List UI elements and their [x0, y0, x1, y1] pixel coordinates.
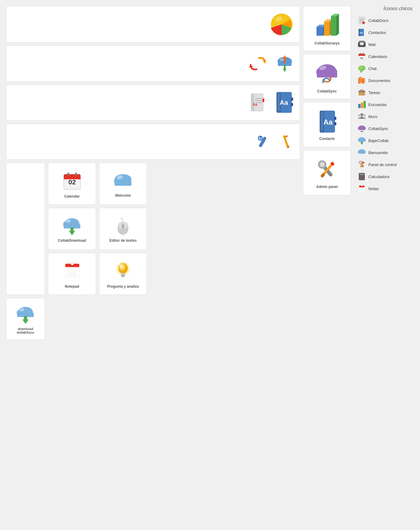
calculadora-icon: [358, 172, 366, 181]
svg-rect-82: [324, 22, 329, 36]
svg-rect-63: [122, 224, 124, 228]
pregunta-analiza-card-label: Pregunta y analiza: [107, 284, 139, 289]
collabdownload-card[interactable]: CollabDownload: [48, 208, 96, 250]
svg-rect-140: [364, 101, 366, 108]
collabsync-card-label: CollabSync: [317, 89, 337, 93]
svg-point-111: [362, 22, 365, 24]
svg-rect-147: [358, 128, 365, 130]
sidebar-calculadora-label: Calculadora: [368, 174, 389, 179]
svg-point-142: [358, 114, 360, 116]
svg-marker-51: [22, 320, 29, 324]
svg-rect-99: [334, 117, 336, 120]
sidebar-item-chat[interactable]: Chat: [357, 63, 414, 74]
sidebar-encuestas-label: Encuestas: [368, 102, 387, 107]
svg-rect-24: [291, 98, 293, 101]
row-pie: [6, 6, 300, 43]
svg-marker-127: [360, 71, 363, 73]
sidebar-documentos-label: Documentos: [368, 78, 390, 83]
sidebar-item-calculadora[interactable]: Calculadora: [357, 171, 414, 182]
adminpanel-card-label: Admin panel: [316, 185, 338, 189]
sidebar-item-encuestas[interactable]: Encuestas: [357, 99, 414, 110]
svg-rect-133: [362, 78, 365, 83]
sidebar-collabsync-label: CollabSync: [368, 126, 388, 131]
sidebar-item-mail[interactable]: Mail: [357, 39, 414, 50]
editor-textos-card-label: Editor de textos: [110, 238, 137, 243]
editor-textos-card[interactable]: edi Editor de textos: [99, 208, 147, 250]
svg-point-173: [361, 185, 362, 186]
sidebar-item-documentos[interactable]: Documentos: [357, 75, 414, 86]
notepad-card[interactable]: Notepad: [48, 253, 96, 295]
left-column: Aa Aa: [6, 6, 300, 524]
svg-rect-77: [122, 276, 125, 277]
svg-rect-85: [331, 16, 336, 36]
sidebar-item-bajarcollab[interactable]: BajarCollab: [357, 135, 414, 146]
svg-rect-165: [359, 176, 361, 177]
contactos-icon: Aa: [358, 28, 366, 37]
pie-chart-icon: [270, 12, 294, 36]
blue-wrench-icon: [255, 134, 270, 150]
svg-rect-44: [115, 181, 131, 186]
empty-left-cell: [6, 163, 45, 295]
svg-rect-164: [359, 174, 364, 175]
collabsurueys-card[interactable]: CollabSurueys: [303, 6, 351, 51]
sidebar-item-collabsync[interactable]: CollabSync: [357, 123, 414, 134]
svg-rect-131: [359, 77, 362, 82]
svg-rect-91: [317, 72, 337, 77]
svg-marker-9: [283, 55, 286, 59]
sidebar-item-bienuenido[interactable]: Bienuenido: [357, 147, 414, 158]
sidebar-item-notas[interactable]: Notas: [357, 183, 414, 194]
sidebar-contactos-label: Contactos: [368, 30, 386, 35]
chat-icon: [358, 64, 366, 73]
cloud-sync-icon: [276, 55, 294, 73]
pregunta-analiza-card[interactable]: Pregunta y analiza: [99, 253, 147, 295]
svg-marker-10: [283, 69, 286, 72]
notas-icon: [358, 184, 366, 193]
svg-rect-76: [121, 274, 125, 275]
svg-rect-119: [360, 43, 364, 45]
svg-rect-11: [284, 59, 286, 63]
svg-rect-25: [291, 103, 293, 106]
svg-rect-75: [121, 273, 125, 274]
welcome-card[interactable]: Welcome: [99, 163, 147, 205]
notebook-small-icon: Aa: [249, 93, 265, 113]
sidebar-item-collabdocs[interactable]: CollabDocs: [357, 15, 414, 26]
svg-rect-170: [363, 178, 364, 179]
svg-text:02: 02: [361, 57, 363, 59]
adminpanel-card[interactable]: Admin panel: [303, 150, 351, 195]
svg-rect-31: [284, 135, 288, 138]
collab-docs-icon: [358, 16, 366, 25]
svg-rect-139: [361, 102, 363, 108]
svg-rect-12: [284, 65, 286, 69]
svg-text:Aa: Aa: [359, 31, 363, 34]
calendar-card[interactable]: 02 Calendar: [48, 163, 96, 205]
svg-marker-87: [336, 14, 339, 36]
sidebar-bienuenido-label: Bienuenido: [368, 150, 388, 155]
sidebar-bajarcollab-label: BajarCollab: [368, 138, 388, 143]
svg-point-128: [359, 66, 364, 69]
main-area: Aa Aa: [6, 6, 414, 524]
svg-point-143: [364, 114, 365, 116]
refresh-arrows-icon: [249, 55, 267, 73]
download-collabsync-card[interactable]: download dollabSync: [6, 298, 45, 340]
svg-rect-153: [361, 141, 362, 143]
svg-rect-79: [316, 27, 323, 36]
documentos-icon: [358, 76, 366, 85]
svg-marker-58: [69, 231, 75, 235]
collabsync-card[interactable]: CollabSync: [303, 54, 351, 99]
svg-text:edi: edi: [121, 235, 124, 236]
svg-text:Aa: Aa: [253, 102, 257, 107]
address-book-icon: Aa: [274, 92, 294, 114]
contacts-card[interactable]: Aa Contacts: [303, 102, 351, 147]
row-contacts: Aa Aa: [6, 85, 300, 121]
bajarcollab-icon: [358, 136, 366, 145]
sidebar-item-calendario[interactable]: 02 Calendario: [357, 51, 414, 62]
svg-rect-38: [75, 172, 77, 176]
sidebar-item-contactos[interactable]: Aa Contactos: [357, 27, 414, 38]
encuestas-icon: [358, 100, 366, 109]
welcome-card-label: Welcome: [115, 193, 131, 198]
svg-rect-52: [24, 316, 27, 320]
sidebar-item-panel-control[interactable]: Panel de control: [357, 159, 414, 170]
sidebar-item-muro[interactable]: Muro: [357, 111, 414, 122]
sidebar-item-tareas[interactable]: Tareas: [357, 87, 414, 98]
calendario-icon: 02: [358, 52, 366, 61]
